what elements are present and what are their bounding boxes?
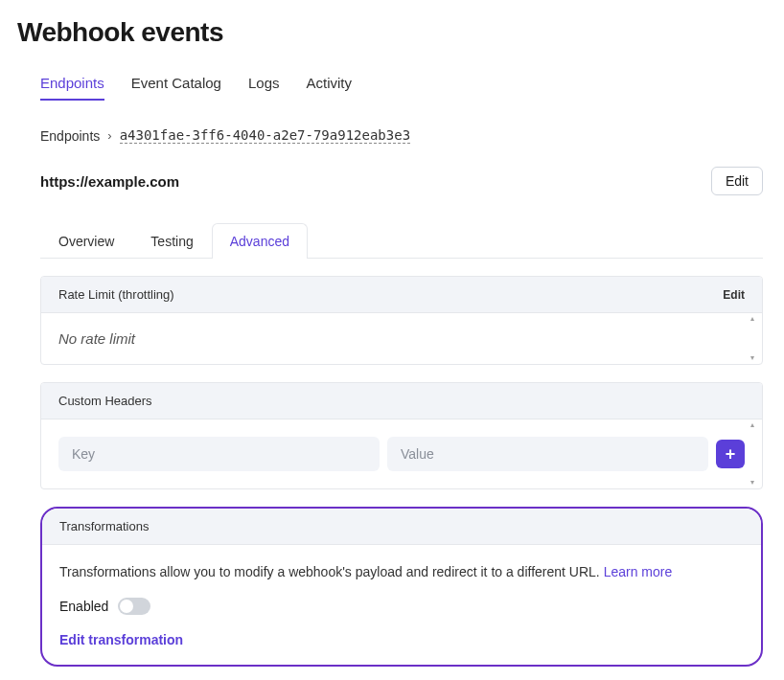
- transformations-description-text: Transformations allow you to modify a we…: [59, 564, 604, 579]
- tab-overview[interactable]: Overview: [40, 223, 132, 259]
- breadcrumb-endpoint-id[interactable]: a4301fae-3ff6-4040-a2e7-79a912eab3e3: [120, 127, 410, 144]
- tab-testing[interactable]: Testing: [132, 223, 211, 259]
- enabled-label: Enabled: [59, 599, 108, 614]
- tab-advanced[interactable]: Advanced: [212, 223, 308, 259]
- transformations-panel: Transformations Transformations allow yo…: [40, 507, 763, 667]
- header-value-input[interactable]: [387, 437, 708, 471]
- tab-activity[interactable]: Activity: [306, 75, 352, 101]
- custom-headers-title: Custom Headers: [58, 394, 152, 408]
- add-header-button[interactable]: +: [716, 440, 745, 468]
- breadcrumb-root[interactable]: Endpoints: [40, 128, 100, 144]
- edit-endpoint-button[interactable]: Edit: [711, 167, 763, 195]
- enabled-toggle[interactable]: [118, 598, 150, 615]
- rate-limit-body: No rate limit ▴▾: [41, 313, 762, 364]
- rate-limit-empty-text: No rate limit: [58, 330, 745, 347]
- rate-limit-header: Rate Limit (throttling) Edit: [41, 277, 762, 313]
- header-input-row: +: [58, 437, 745, 471]
- custom-headers-body: + ▴▾: [41, 419, 762, 488]
- edit-transformation-link[interactable]: Edit transformation: [59, 632, 744, 647]
- transformations-description: Transformations allow you to modify a we…: [59, 562, 744, 582]
- secondary-tabs: Overview Testing Advanced: [40, 222, 763, 259]
- tab-event-catalog[interactable]: Event Catalog: [131, 75, 221, 101]
- transformations-enabled-row: Enabled: [59, 598, 744, 615]
- primary-tabs: Endpoints Event Catalog Logs Activity: [40, 75, 763, 101]
- endpoint-url: https://example.com: [40, 173, 179, 190]
- transformations-title: Transformations: [59, 519, 149, 533]
- rate-limit-panel: Rate Limit (throttling) Edit No rate lim…: [40, 276, 763, 365]
- transformations-body: Transformations allow you to modify a we…: [42, 545, 761, 665]
- header-key-input[interactable]: [58, 437, 380, 471]
- transformations-header: Transformations: [42, 509, 761, 545]
- breadcrumb: Endpoints › a4301fae-3ff6-4040-a2e7-79a9…: [40, 127, 763, 144]
- scrollbar-icon[interactable]: ▴▾: [750, 421, 760, 487]
- scrollbar-icon[interactable]: ▴▾: [750, 315, 760, 362]
- tab-endpoints[interactable]: Endpoints: [40, 75, 104, 101]
- endpoint-header: https://example.com Edit: [40, 167, 763, 195]
- custom-headers-panel: Custom Headers + ▴▾: [40, 382, 763, 489]
- tab-logs[interactable]: Logs: [248, 75, 280, 101]
- rate-limit-title: Rate Limit (throttling): [58, 287, 174, 302]
- chevron-right-icon: ›: [107, 128, 111, 143]
- learn-more-link[interactable]: Learn more: [604, 564, 673, 579]
- page-title: Webhook events: [17, 17, 767, 48]
- custom-headers-header: Custom Headers: [41, 383, 762, 419]
- rate-limit-edit-button[interactable]: Edit: [723, 288, 745, 302]
